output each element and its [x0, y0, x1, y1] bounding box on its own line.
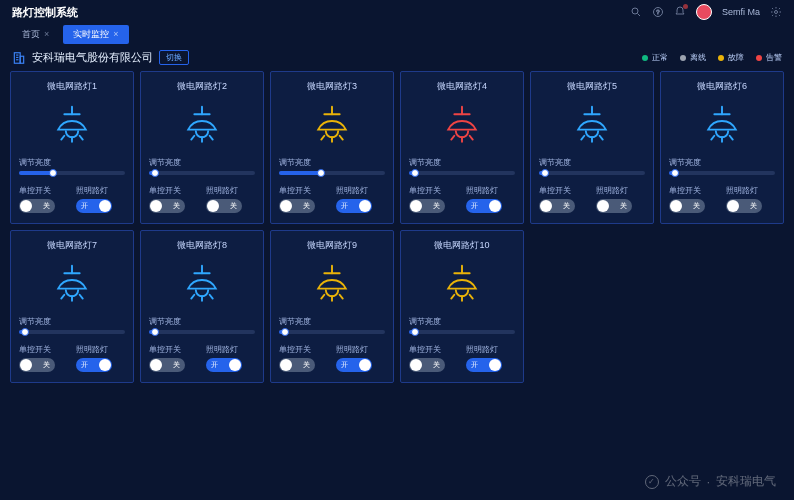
search-icon[interactable]: [630, 6, 642, 18]
brightness-label: 调节亮度: [149, 316, 255, 327]
lighting-toggle[interactable]: 开: [466, 358, 502, 372]
brightness-slider[interactable]: [149, 171, 255, 175]
gear-icon[interactable]: [770, 6, 782, 18]
legend-offline: 离线: [680, 52, 706, 63]
system-bar: 路灯控制系统 ? Semfi Ma: [0, 0, 794, 24]
svg-line-13: [61, 136, 64, 140]
lamp-card: 微电网路灯10调节亮度单控开关关照明路灯开: [400, 230, 524, 383]
help-icon[interactable]: ?: [652, 6, 664, 18]
svg-line-48: [191, 295, 194, 299]
brightness-control: 调节亮度: [409, 316, 515, 334]
section-header: 安科瑞电气股份有限公司 切换 正常 离线 故障 告警: [0, 44, 794, 71]
svg-line-24: [340, 136, 343, 140]
lighting-toggle[interactable]: 开: [466, 199, 502, 213]
single-toggle[interactable]: 关: [19, 358, 55, 372]
single-label: 单控开关: [409, 185, 458, 196]
lamp-name: 微电网路灯8: [149, 239, 255, 252]
lamp-name: 微电网路灯1: [19, 80, 125, 93]
svg-line-19: [210, 136, 213, 140]
brightness-slider[interactable]: [279, 330, 385, 334]
lighting-toggle[interactable]: 开: [206, 358, 242, 372]
lamp-name: 微电网路灯6: [669, 80, 775, 93]
lamp-card: 微电网路灯9调节亮度单控开关关照明路灯开: [270, 230, 394, 383]
lamp-icon: [309, 264, 355, 304]
brightness-label: 调节亮度: [669, 157, 775, 168]
single-toggle[interactable]: 关: [279, 199, 315, 213]
svg-point-4: [775, 11, 778, 14]
single-label: 单控开关: [409, 344, 458, 355]
svg-line-59: [470, 295, 473, 299]
lamp-card: 微电网路灯8调节亮度单控开关关照明路灯开: [140, 230, 264, 383]
svg-point-0: [632, 8, 638, 14]
brightness-label: 调节亮度: [409, 157, 515, 168]
brightness-slider[interactable]: [669, 171, 775, 175]
brightness-control: 调节亮度: [19, 157, 125, 175]
lamp-card: 微电网路灯7调节亮度单控开关关照明路灯开: [10, 230, 134, 383]
wechat-icon: ✓: [645, 475, 659, 489]
svg-line-53: [321, 295, 324, 299]
lighting-toggle[interactable]: 开: [76, 358, 112, 372]
brightness-label: 调节亮度: [19, 316, 125, 327]
svg-line-14: [80, 136, 83, 140]
lighting-label: 照明路灯: [336, 344, 385, 355]
lighting-toggle[interactable]: 开: [336, 199, 372, 213]
single-toggle[interactable]: 关: [539, 199, 575, 213]
app-title: 路灯控制系统: [12, 5, 78, 20]
single-toggle[interactable]: 关: [279, 358, 315, 372]
brightness-slider[interactable]: [539, 171, 645, 175]
single-label: 单控开关: [539, 185, 588, 196]
lamp-icon: [49, 105, 95, 145]
close-icon[interactable]: ×: [44, 29, 49, 39]
svg-text:?: ?: [656, 9, 660, 15]
lamp-card: 微电网路灯3调节亮度单控开关关照明路灯开: [270, 71, 394, 224]
brightness-slider[interactable]: [149, 330, 255, 334]
lighting-label: 照明路灯: [466, 185, 515, 196]
brightness-label: 调节亮度: [409, 316, 515, 327]
lighting-label: 照明路灯: [206, 344, 255, 355]
legend-normal: 正常: [642, 52, 668, 63]
bell-icon[interactable]: [674, 6, 686, 18]
single-toggle[interactable]: 关: [19, 199, 55, 213]
tab-实时监控[interactable]: 实时监控×: [63, 25, 128, 44]
brightness-control: 调节亮度: [539, 157, 645, 175]
tab-首页[interactable]: 首页×: [12, 25, 59, 44]
single-toggle[interactable]: 关: [669, 199, 705, 213]
legend-fault: 故障: [718, 52, 744, 63]
lighting-label: 照明路灯: [336, 185, 385, 196]
switch-button[interactable]: 切换: [159, 50, 189, 65]
tab-bar: 首页×实时监控×: [0, 24, 794, 44]
brightness-slider[interactable]: [409, 171, 515, 175]
single-toggle[interactable]: 关: [409, 199, 445, 213]
lighting-toggle[interactable]: 关: [206, 199, 242, 213]
brightness-control: 调节亮度: [279, 157, 385, 175]
lighting-toggle[interactable]: 关: [726, 199, 762, 213]
lighting-toggle[interactable]: 开: [76, 199, 112, 213]
single-toggle[interactable]: 关: [149, 358, 185, 372]
lamp-name: 微电网路灯2: [149, 80, 255, 93]
svg-line-29: [470, 136, 473, 140]
lamp-icon: [179, 264, 225, 304]
lighting-label: 照明路灯: [726, 185, 775, 196]
close-icon[interactable]: ×: [113, 29, 118, 39]
lamp-card: 微电网路灯6调节亮度单控开关关照明路灯关: [660, 71, 784, 224]
brightness-label: 调节亮度: [19, 157, 125, 168]
single-label: 单控开关: [19, 344, 68, 355]
brightness-slider[interactable]: [19, 171, 125, 175]
brightness-slider[interactable]: [279, 171, 385, 175]
lighting-toggle[interactable]: 关: [596, 199, 632, 213]
brightness-slider[interactable]: [409, 330, 515, 334]
single-toggle[interactable]: 关: [149, 199, 185, 213]
lamp-grid: 微电网路灯1调节亮度单控开关关照明路灯开微电网路灯2调节亮度单控开关关照明路灯关…: [0, 71, 794, 383]
building-icon: [12, 51, 26, 65]
legend-alarm: 告警: [756, 52, 782, 63]
svg-line-34: [600, 136, 603, 140]
svg-line-23: [321, 136, 324, 140]
brightness-slider[interactable]: [19, 330, 125, 334]
brightness-control: 调节亮度: [149, 157, 255, 175]
lighting-toggle[interactable]: 开: [336, 358, 372, 372]
lamp-name: 微电网路灯3: [279, 80, 385, 93]
brightness-label: 调节亮度: [279, 157, 385, 168]
avatar[interactable]: [696, 4, 712, 20]
lamp-name: 微电网路灯7: [19, 239, 125, 252]
single-toggle[interactable]: 关: [409, 358, 445, 372]
